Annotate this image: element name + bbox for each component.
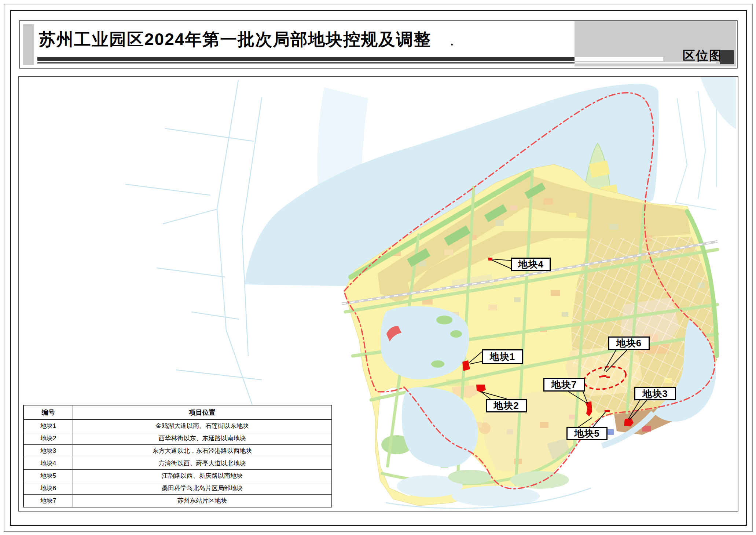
table-row: 地块3东方大道以北，东石泾港路以西地块: [23, 445, 332, 457]
location-map-label: 区位图: [683, 47, 722, 64]
corner-dark-square: [720, 50, 734, 64]
cell-location: 苏州东站片区地块: [73, 495, 332, 507]
col-header-location: 项目位置: [73, 405, 332, 419]
map-label-parcel-6: 地块6: [608, 336, 650, 350]
title-underline-thick: [37, 57, 575, 61]
cell-id: 地块7: [23, 495, 73, 507]
page-title: 苏州工业园区2024年第一批次局部地块控规及调整: [39, 28, 431, 51]
cell-id: 地块4: [23, 457, 73, 470]
table-row: 地块7苏州东站片区地块: [23, 495, 332, 507]
title-accent-bar: [23, 24, 34, 65]
map-label-parcel-5: 地块5: [566, 427, 608, 440]
cell-location: 金鸡湖大道以南、石莲街以东地块: [73, 419, 332, 432]
cell-id: 地块6: [23, 482, 73, 495]
table-row: 地块1金鸡湖大道以南、石莲街以东地块: [23, 419, 332, 432]
cell-id: 地块2: [23, 432, 73, 445]
plan-sheet: 苏州工业园区2024年第一批次局部地块控规及调整 区位图: [0, 0, 756, 535]
col-header-id: 编号: [23, 405, 73, 419]
table-header-row: 编号 项目位置: [23, 405, 332, 419]
northeast-corner-water: [700, 77, 736, 129]
cell-id: 地块1: [23, 419, 73, 432]
map-label-parcel-1: 地块1: [482, 349, 523, 364]
map-label-parcel-3: 地块3: [634, 387, 676, 400]
title-dot: [451, 44, 453, 46]
cell-id: 地块3: [23, 445, 73, 457]
parcel-table: 编号 项目位置 地块1金鸡湖大道以南、石莲街以东地块地块2西华林街以东、东延路以…: [23, 405, 332, 507]
cell-location: 桑田科学岛北岛片区局部地块: [73, 482, 332, 495]
map-label-parcel-2: 地块2: [486, 399, 527, 412]
cell-location: 东方大道以北，东石泾港路以西地块: [73, 445, 332, 457]
parcel-table-body: 地块1金鸡湖大道以南、石莲街以东地块地块2西华林街以东、东延路以南地块地块3东方…: [23, 419, 332, 507]
table-row: 地块4方湾街以西、葑亭大道以北地块: [23, 457, 332, 470]
west-canal-lines: [125, 80, 262, 409]
cell-location: 方湾街以西、葑亭大道以北地块: [73, 457, 332, 470]
gray-block-white-bar: [575, 57, 663, 61]
cell-location: 西华林街以东、东延路以南地块: [73, 432, 332, 445]
map-label-parcel-7: 地块7: [543, 378, 585, 392]
table-row: 地块2西华林街以东、东延路以南地块: [23, 432, 332, 445]
cell-id: 地块5: [23, 470, 73, 482]
parcel-4-shape: [488, 258, 492, 261]
header-band: 苏州工业园区2024年第一批次局部地块控规及调整 区位图: [19, 20, 738, 69]
table-row: 地块6桑田科学岛北岛片区局部地块: [23, 482, 332, 495]
cell-location: 江韵路以西、新庆路以南地块: [73, 470, 332, 482]
jinji-lake: [381, 306, 469, 379]
header-gray-block: 区位图: [575, 21, 736, 66]
east-island-canals: [675, 91, 716, 210]
title-underline-thin: [37, 62, 575, 63]
table-row: 地块5江韵路以西、新庆路以南地块: [23, 470, 332, 482]
map-label-parcel-4: 地块4: [511, 258, 551, 271]
